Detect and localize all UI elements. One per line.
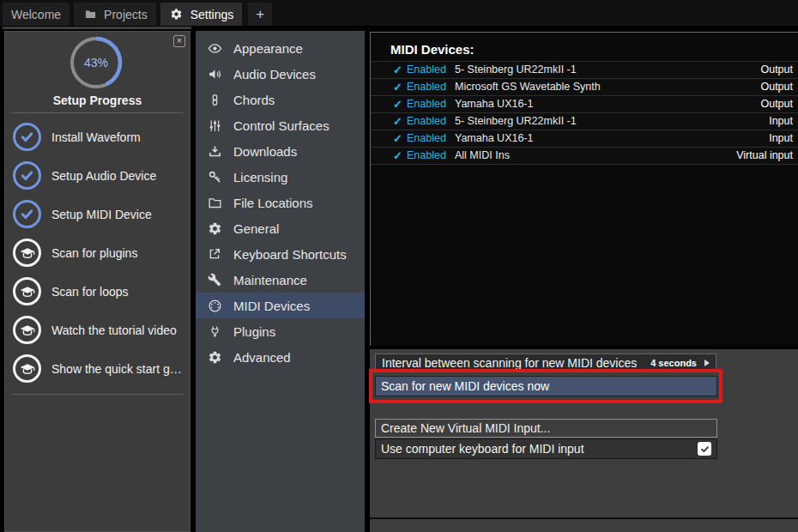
menu-item-control-surfaces[interactable]: Control Surfaces (196, 112, 365, 138)
check-circle-icon (13, 200, 41, 228)
menu-item-midi-devices[interactable]: MIDI Devices (196, 293, 365, 318)
setup-task-midi-device[interactable]: Setup MIDI Device (5, 195, 190, 233)
close-icon[interactable]: × (173, 35, 185, 47)
tab-label: Projects (104, 8, 148, 21)
device-name: Yamaha UX16-1 (455, 96, 534, 112)
plus-icon: + (256, 6, 264, 23)
interval-label: Interval between scanning for new MIDI d… (382, 356, 650, 370)
plug-icon (207, 323, 222, 339)
gear-icon (207, 349, 222, 365)
enabled-check-icon[interactable]: ✓ (393, 62, 402, 78)
enabled-label[interactable]: Enabled (407, 148, 446, 164)
midi-device-row[interactable]: ✓ Enabled Yamaha UX16-1 Input (371, 130, 798, 148)
download-icon (207, 143, 222, 159)
device-type: Input (769, 113, 793, 130)
tab-label: Settings (190, 8, 234, 21)
folder-icon (82, 7, 98, 22)
create-virtual-input-button[interactable]: Create New Virtual MIDI Input... (375, 419, 717, 438)
enabled-check-icon[interactable]: ✓ (393, 113, 402, 130)
checkbox-checked-icon[interactable] (698, 442, 711, 456)
enabled-label[interactable]: Enabled (407, 96, 446, 112)
midi-devices-header: MIDI Devices: (390, 42, 475, 57)
menu-item-downloads[interactable]: Downloads (196, 138, 365, 164)
midi-device-row[interactable]: ✓ Enabled Microsoft GS Wavetable Synth O… (371, 79, 798, 96)
scan-interval-setting[interactable]: Interval between scanning for new MIDI d… (375, 354, 716, 372)
speaker-icon (207, 66, 222, 82)
tab-bar: Welcome Projects Settings + (0, 0, 798, 26)
keyboard-checkbox-label: Use computer keyboard for MIDI input (381, 442, 584, 456)
chain-icon (207, 92, 222, 107)
scan-now-button[interactable]: Scan for new MIDI devices now (375, 376, 717, 396)
computer-keyboard-midi-row[interactable]: Use computer keyboard for MIDI input (375, 438, 717, 459)
tab-label: Welcome (11, 8, 61, 21)
enabled-label[interactable]: Enabled (407, 113, 446, 130)
setup-task-tutorial-video[interactable]: Watch the tutorial video (5, 311, 190, 349)
device-name: 5- Steinberg UR22mkII -1 (455, 62, 577, 78)
enabled-label[interactable]: Enabled (407, 79, 446, 95)
setup-checklist: Install Waveform Setup Audio Device Setu… (5, 118, 190, 388)
new-tab-button[interactable]: + (248, 3, 272, 26)
folder-icon (207, 195, 222, 210)
midi-settings-area: Interval between scanning for new MIDI d… (370, 349, 798, 532)
setup-task-audio-device[interactable]: Setup Audio Device (5, 156, 190, 195)
enabled-check-icon[interactable]: ✓ (393, 148, 402, 164)
midi-device-row[interactable]: ✓ Enabled All MIDI Ins Virtual input (371, 148, 798, 165)
device-name: Microsoft GS Wavetable Synth (455, 79, 601, 95)
menu-item-advanced[interactable]: Advanced (196, 344, 365, 370)
menu-item-appearance[interactable]: Appearance (196, 35, 365, 61)
enabled-label[interactable]: Enabled (407, 130, 446, 147)
menu-item-file-locations[interactable]: File Locations (196, 190, 365, 215)
graduation-cap-icon (13, 277, 41, 305)
gear-icon (207, 221, 222, 236)
tab-welcome[interactable]: Welcome (3, 3, 70, 26)
menu-item-chords[interactable]: Chords (196, 87, 365, 112)
device-type: Output (760, 62, 793, 78)
midi-device-row[interactable]: ✓ Enabled 5- Steinberg UR22mkII -1 Input (371, 113, 798, 130)
external-link-icon (207, 246, 222, 262)
chevron-right-icon (704, 360, 710, 366)
device-type: Input (769, 130, 793, 147)
eye-icon (207, 40, 222, 56)
midi-din-icon (207, 298, 222, 313)
divider (11, 112, 184, 113)
tab-settings[interactable]: Settings (160, 3, 243, 26)
setup-panel-title: Setup Progress (5, 94, 190, 107)
gear-icon (169, 7, 184, 22)
midi-device-row[interactable]: ✓ Enabled Yamaha UX16-1 Output (371, 96, 798, 113)
midi-device-list: MIDI Devices: ✓ Enabled 5- Steinberg UR2… (370, 32, 798, 346)
enabled-check-icon[interactable]: ✓ (393, 96, 402, 112)
waveform-settings-window: Welcome Projects Settings + × 43% Setup … (0, 0, 798, 532)
settings-menu: Appearance Audio Devices Chords Control … (196, 31, 365, 532)
device-type: Output (760, 79, 793, 95)
tab-projects[interactable]: Projects (74, 3, 156, 26)
key-icon (207, 169, 222, 184)
setup-progress-panel: × 43% Setup Progress Install Waveform Se… (4, 31, 190, 532)
graduation-cap-icon (13, 239, 41, 267)
graduation-cap-icon (13, 354, 41, 383)
setup-task-install-waveform[interactable]: Install Waveform (5, 118, 190, 156)
graduation-cap-icon (13, 316, 41, 344)
menu-item-audio-devices[interactable]: Audio Devices (196, 61, 365, 87)
setup-task-quick-start-guide[interactable]: Show the quick start g… (5, 349, 190, 388)
device-name: All MIDI Ins (455, 148, 510, 164)
interval-value: 4 seconds (650, 358, 697, 368)
device-type: Output (760, 96, 793, 112)
menu-item-keyboard-shortcuts[interactable]: Keyboard Shortcuts (196, 241, 365, 267)
menu-item-general[interactable]: General (196, 215, 365, 241)
tab-scrollbar[interactable] (3, 27, 191, 29)
wrench-icon (207, 272, 222, 287)
device-type: Virtual input (736, 148, 793, 164)
enabled-label[interactable]: Enabled (407, 62, 446, 78)
sliders-icon (207, 118, 222, 133)
check-circle-icon (13, 123, 41, 151)
setup-task-scan-plugins[interactable]: Scan for plugins (5, 233, 190, 272)
menu-item-maintenance[interactable]: Maintenance (196, 267, 365, 293)
menu-item-licensing[interactable]: Licensing (196, 164, 365, 190)
divider (11, 394, 184, 395)
enabled-check-icon[interactable]: ✓ (393, 130, 402, 147)
menu-item-plugins[interactable]: Plugins (196, 318, 365, 344)
device-name: 5- Steinberg UR22mkII -1 (455, 113, 577, 130)
setup-task-scan-loops[interactable]: Scan for loops (5, 272, 190, 311)
enabled-check-icon[interactable]: ✓ (393, 79, 402, 95)
midi-device-row[interactable]: ✓ Enabled 5- Steinberg UR22mkII -1 Outpu… (371, 62, 798, 79)
